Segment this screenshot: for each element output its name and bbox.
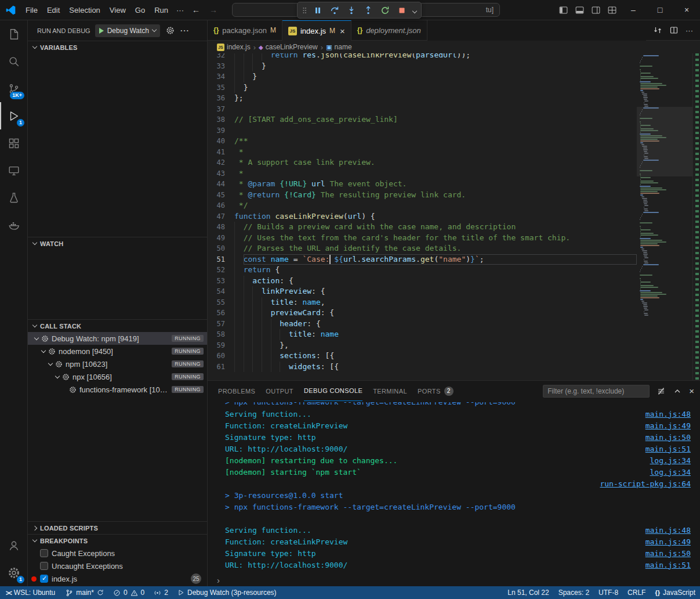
git-branch-indicator[interactable]: main*	[61, 586, 108, 599]
activity-explorer-icon[interactable]	[0, 20, 27, 48]
overview-ruler[interactable]	[692, 53, 700, 380]
step-out-button[interactable]	[360, 3, 376, 18]
source-link[interactable]: main.js:49	[645, 537, 691, 546]
panel-tab-ports[interactable]: PORTS2	[418, 381, 454, 401]
split-editor-icon[interactable]	[669, 26, 679, 35]
call-stack-session[interactable]: npx [10656]RUNNING	[28, 370, 207, 383]
code-line[interactable]: 52 return {	[208, 265, 637, 276]
go-forward-icon[interactable]: →	[205, 5, 222, 15]
source-link[interactable]: main.js:48	[645, 410, 691, 418]
close-tab-icon[interactable]: ×	[340, 26, 345, 36]
code-line[interactable]: 47function caseLinkPreview(url) {	[208, 211, 637, 222]
call-stack-session[interactable]: Debug Watch: npm [9419]RUNNING	[28, 332, 207, 345]
start-debugging-icon[interactable]	[99, 28, 104, 34]
code-line[interactable]: 34 }	[208, 71, 637, 82]
section-header-watch[interactable]: WATCH	[28, 237, 207, 250]
breakpoint-row[interactable]: index.js25	[28, 572, 207, 585]
breadcrumb-item-name[interactable]: ▣name	[326, 43, 351, 51]
panel-tab-problems[interactable]: PROBLEMS	[218, 381, 255, 401]
code-line[interactable]: 36};	[208, 93, 637, 104]
activity-settings-icon[interactable]: 1	[0, 559, 27, 586]
source-link[interactable]: run-script-pkg.js:64	[600, 479, 691, 488]
toggle-secondary-sidebar-icon[interactable]	[587, 2, 604, 18]
breadcrumb-item-caseLinkPreview[interactable]: ◆caseLinkPreview	[259, 43, 318, 51]
section-header-breakpoints[interactable]: BREAKPOINTS	[28, 534, 207, 547]
code-line[interactable]: 60 sections: [{	[208, 351, 637, 362]
minimize-button[interactable]: –	[620, 0, 647, 20]
tab-index.js[interactable]: JSindex.jsM×	[282, 20, 351, 41]
source-link[interactable]: log.js:34	[650, 456, 691, 465]
open-changes-icon[interactable]	[653, 26, 662, 35]
code-line[interactable]: 46 */	[208, 200, 637, 211]
code-line[interactable]: 57 header: {	[208, 319, 637, 330]
menu-view[interactable]: View	[105, 6, 130, 15]
remote-indicator[interactable]: >< WSL: Ubuntu	[0, 586, 61, 599]
menu-overflow[interactable]: ···	[173, 6, 187, 15]
section-header-loaded-scripts[interactable]: LOADED SCRIPTS	[28, 521, 207, 534]
activity-extensions-icon[interactable]	[0, 129, 27, 157]
maximize-panel-icon[interactable]	[673, 387, 682, 396]
code-line[interactable]: 61 widgets: [{	[208, 362, 637, 373]
code-line[interactable]: 44 * @param {!URL} url The event object.	[208, 179, 637, 190]
breakpoint-checkbox[interactable]	[40, 575, 48, 583]
sidebar-more-actions-icon[interactable]: ···	[180, 26, 190, 35]
source-link[interactable]: log.js:34	[650, 468, 691, 477]
menu-selection[interactable]: Selection	[64, 6, 104, 15]
menu-file[interactable]: File	[21, 6, 42, 15]
close-panel-icon[interactable]: ×	[689, 386, 694, 396]
code-line[interactable]: 53 action: {	[208, 276, 637, 287]
code-line[interactable]: 59 },	[208, 340, 637, 351]
panel-tab-output[interactable]: OUTPUT	[266, 381, 293, 401]
code-line[interactable]: 40/**	[208, 136, 637, 147]
eol-indicator[interactable]: CRLF	[623, 586, 650, 599]
source-link[interactable]: main.js:51	[645, 561, 691, 569]
maximize-button[interactable]: □	[647, 0, 673, 20]
minimap-slider[interactable]	[637, 107, 692, 176]
code-line[interactable]: 39	[208, 125, 637, 136]
menu-edit[interactable]: Edit	[42, 6, 64, 15]
activity-remote-icon[interactable]	[0, 157, 27, 184]
debug-settings-gear-icon[interactable]	[166, 26, 175, 35]
code-area[interactable]: 32 return res.json(caseLinkPreview(parse…	[208, 53, 637, 380]
call-stack-session[interactable]: functions-framework [106...RUNNING	[28, 383, 207, 396]
drag-handle-icon[interactable]	[300, 6, 309, 15]
activity-scm-icon[interactable]: 1K+	[0, 75, 27, 102]
code-line[interactable]: 50 // Parses the URL and identify the ca…	[208, 243, 637, 254]
code-line[interactable]: 43 *	[208, 168, 637, 179]
code-line[interactable]: 48 // Builds a preview card with the cas…	[208, 222, 637, 233]
encoding-indicator[interactable]: UTF-8	[594, 586, 623, 599]
menu-run[interactable]: Run	[150, 6, 173, 15]
code-line[interactable]: 58 title: name	[208, 329, 637, 340]
tab-package.json[interactable]: {}package.jsonM	[208, 20, 282, 41]
restart-button[interactable]	[377, 3, 393, 18]
code-line[interactable]: 42 * A support case link preview.	[208, 157, 637, 168]
source-link[interactable]: main.js:51	[645, 445, 691, 453]
panel-tab-debug-console[interactable]: DEBUG CONSOLE	[304, 381, 362, 401]
call-stack-session[interactable]: npm [10623]RUNNING	[28, 358, 207, 370]
breakpoint-checkbox[interactable]	[40, 562, 48, 570]
close-button[interactable]: ×	[673, 0, 700, 20]
code-line[interactable]: 49 // Uses the text from the card's head…	[208, 233, 637, 244]
editor-more-actions-icon[interactable]: ···	[686, 26, 693, 35]
call-stack-session[interactable]: nodemon [9450]RUNNING	[28, 345, 207, 358]
activity-debug-icon[interactable]: 1	[0, 102, 27, 129]
breakpoint-checkbox[interactable]	[40, 549, 48, 557]
code-line[interactable]: 37	[208, 104, 637, 115]
code-line[interactable]: 45 * @return {!Card} The resulting previ…	[208, 190, 637, 201]
menu-go[interactable]: Go	[130, 6, 150, 15]
tab-deployment.json[interactable]: {}deployment.json	[351, 20, 427, 41]
problems-indicator[interactable]: 0 0	[108, 586, 149, 599]
code-line[interactable]: 35 }	[208, 82, 637, 93]
section-header-call-stack[interactable]: CALL STACK	[28, 319, 207, 332]
toggle-panel-icon[interactable]	[571, 2, 587, 18]
source-link[interactable]: main.js:48	[645, 526, 691, 535]
cursor-position[interactable]: Ln 51, Col 22	[503, 586, 553, 599]
activity-search-icon[interactable]	[0, 48, 27, 75]
activity-testing-icon[interactable]	[0, 184, 27, 211]
code-line[interactable]: 55 title: name,	[208, 297, 637, 308]
activity-accounts-icon[interactable]	[0, 532, 27, 559]
step-over-button[interactable]	[327, 3, 343, 18]
source-link[interactable]: main.js:50	[645, 433, 691, 442]
breakpoint-row[interactable]: Caught Exceptions	[28, 547, 207, 560]
debug-status[interactable]: Debug Watch (3p-resources)	[173, 586, 281, 599]
